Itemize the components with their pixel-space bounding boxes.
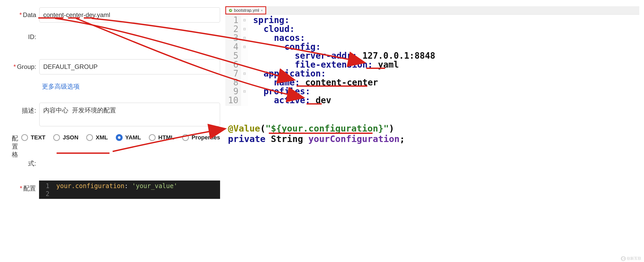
format-radio-xml[interactable]: XML xyxy=(86,134,108,141)
gutter-line: 8 xyxy=(225,78,238,87)
format-radio-html[interactable]: HTML xyxy=(149,134,174,141)
label-id: ID: xyxy=(28,33,36,40)
desc-input[interactable] xyxy=(39,103,220,126)
underline-dev2 xyxy=(307,103,322,105)
format-radio-text[interactable]: TEXT xyxy=(21,134,45,141)
dark-line-2: 2 xyxy=(39,190,50,198)
label-group: Group: xyxy=(17,63,36,70)
radio-label: JSON xyxy=(63,134,78,141)
label-config: 配置 xyxy=(23,185,36,192)
watermark-logo-icon: CX xyxy=(621,256,626,261)
radio-label: TEXT xyxy=(31,134,45,141)
underline-yaml xyxy=(366,68,385,69)
underline-yourconf xyxy=(57,152,110,154)
format-radio-yaml[interactable]: YAML xyxy=(116,134,141,141)
row-desc: 描述: xyxy=(10,103,220,126)
label-desc: 描述: xyxy=(22,107,36,114)
radio-circle-icon xyxy=(86,134,93,141)
watermark: CX 创新互联 xyxy=(621,256,641,261)
file-tab-bootstrap[interactable]: bootstrap.yml × xyxy=(225,6,266,14)
gutter-line: 2 xyxy=(225,25,238,34)
spring-leaf-icon xyxy=(229,9,232,12)
dark-code: your.configuration: 'your_value' xyxy=(52,181,177,199)
radio-circle-icon xyxy=(53,134,60,141)
gutter-line: 1 xyxy=(225,16,238,25)
gutter-line: 4 xyxy=(225,42,238,51)
format-radio-group: TEXTJSONXMLYAMLHTMLProperties xyxy=(21,134,220,141)
radio-circle-icon xyxy=(149,134,156,141)
gutter-line: 6 xyxy=(225,60,238,69)
row-data: *Data xyxy=(10,7,220,23)
radio-circle-icon xyxy=(116,134,123,141)
bootstrap-editor: bootstrap.yml × 12345678910 ⊟⊟⊟⊟⊟⊟ sprin… xyxy=(225,6,639,106)
row-group: *Group: xyxy=(10,59,220,74)
format-radio-properties[interactable]: Properties xyxy=(182,134,220,141)
label-format-1: 配置格 xyxy=(12,135,18,158)
dark-line-1: 1 xyxy=(39,182,50,190)
underline-dev xyxy=(84,17,94,19)
code-area: 12345678910 ⊟⊟⊟⊟⊟⊟ spring: cloud: nacos:… xyxy=(225,15,639,106)
dark-val: 'your_value' xyxy=(132,182,177,190)
dark-sep: : xyxy=(124,182,128,190)
row-config: *配置 1 2 your.configuration: 'your_value' xyxy=(10,181,220,199)
underline-placeholder xyxy=(269,133,373,134)
label-data: Data xyxy=(23,11,36,18)
gutter-line: 3 xyxy=(225,34,238,42)
row-format: 配置格 TEXTJSONXMLYAMLHTMLProperties xyxy=(10,134,220,159)
row-id: ID: xyxy=(10,29,220,45)
radio-label: HTML xyxy=(158,134,174,141)
gutter-line: 9 xyxy=(225,87,238,96)
radio-label: YAML xyxy=(125,134,141,141)
close-icon[interactable]: × xyxy=(261,8,263,13)
dark-gutter: 1 2 xyxy=(39,181,52,199)
underline-center xyxy=(68,17,80,19)
gutter-line: 10 xyxy=(225,96,238,105)
watermark-text: 创新互联 xyxy=(627,256,641,261)
data-input[interactable] xyxy=(39,7,220,23)
tab-label: bootstrap.yml xyxy=(234,8,259,13)
config-form: *Data ID: *Group: 更多高级选项 描述: 配置格 TEXTJSO… xyxy=(0,0,220,207)
tab-bar: bootstrap.yml × xyxy=(225,6,639,15)
gutter: 12345678910 xyxy=(225,15,241,106)
dark-key: your.configuration xyxy=(56,182,124,190)
radio-label: XML xyxy=(96,134,108,141)
underline-content xyxy=(38,17,63,19)
more-options-link[interactable]: 更多高级选项 xyxy=(42,82,80,91)
group-input[interactable] xyxy=(39,59,220,74)
underline-content-center xyxy=(297,85,367,87)
gutter-line: 7 xyxy=(225,69,238,78)
format-radio-json[interactable]: JSON xyxy=(53,134,78,141)
radio-circle-icon xyxy=(182,134,189,141)
radio-label: Properties xyxy=(192,134,220,141)
yaml-code[interactable]: spring: cloud: nacos: config: server-add… xyxy=(248,15,435,106)
fold-column: ⊟⊟⊟⊟⊟⊟ xyxy=(241,15,248,106)
config-editor[interactable]: 1 2 your.configuration: 'your_value' xyxy=(39,181,220,199)
gutter-line: 5 xyxy=(225,51,238,60)
label-format-2: 式: xyxy=(28,160,36,167)
radio-circle-icon xyxy=(21,134,28,141)
